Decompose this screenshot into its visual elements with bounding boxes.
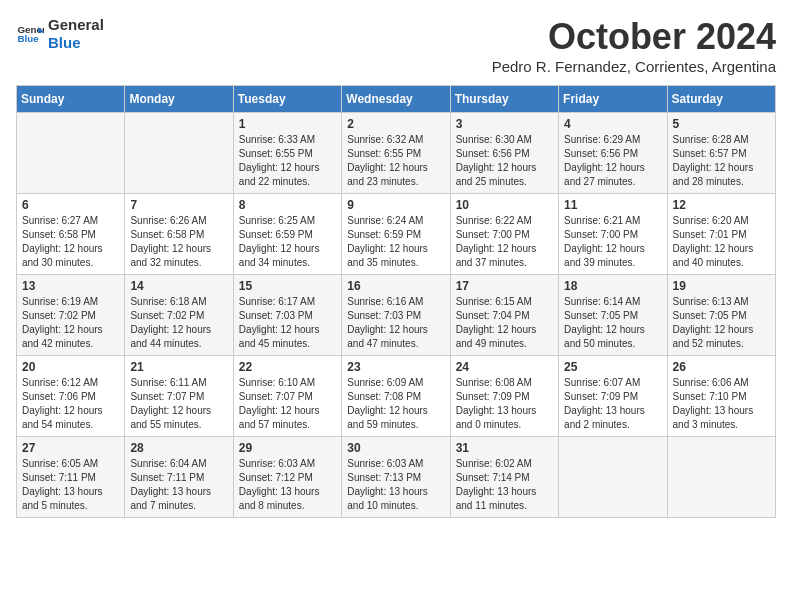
day-number: 26	[673, 360, 770, 374]
week-row-1: 1Sunrise: 6:33 AM Sunset: 6:55 PM Daylig…	[17, 113, 776, 194]
calendar-cell: 22Sunrise: 6:10 AM Sunset: 7:07 PM Dayli…	[233, 356, 341, 437]
day-info: Sunrise: 6:18 AM Sunset: 7:02 PM Dayligh…	[130, 295, 227, 351]
day-number: 25	[564, 360, 661, 374]
day-info: Sunrise: 6:28 AM Sunset: 6:57 PM Dayligh…	[673, 133, 770, 189]
day-number: 20	[22, 360, 119, 374]
calendar-cell: 16Sunrise: 6:16 AM Sunset: 7:03 PM Dayli…	[342, 275, 450, 356]
day-header-thursday: Thursday	[450, 86, 558, 113]
calendar-cell: 15Sunrise: 6:17 AM Sunset: 7:03 PM Dayli…	[233, 275, 341, 356]
day-number: 23	[347, 360, 444, 374]
day-header-friday: Friday	[559, 86, 667, 113]
calendar-cell: 3Sunrise: 6:30 AM Sunset: 6:56 PM Daylig…	[450, 113, 558, 194]
calendar-cell: 2Sunrise: 6:32 AM Sunset: 6:55 PM Daylig…	[342, 113, 450, 194]
month-title: October 2024	[492, 16, 776, 58]
calendar-cell: 18Sunrise: 6:14 AM Sunset: 7:05 PM Dayli…	[559, 275, 667, 356]
day-info: Sunrise: 6:05 AM Sunset: 7:11 PM Dayligh…	[22, 457, 119, 513]
day-number: 30	[347, 441, 444, 455]
day-number: 16	[347, 279, 444, 293]
day-info: Sunrise: 6:02 AM Sunset: 7:14 PM Dayligh…	[456, 457, 553, 513]
day-number: 9	[347, 198, 444, 212]
logo: General Blue General Blue	[16, 16, 104, 52]
day-info: Sunrise: 6:26 AM Sunset: 6:58 PM Dayligh…	[130, 214, 227, 270]
day-number: 21	[130, 360, 227, 374]
day-number: 17	[456, 279, 553, 293]
calendar-cell: 20Sunrise: 6:12 AM Sunset: 7:06 PM Dayli…	[17, 356, 125, 437]
calendar-cell	[17, 113, 125, 194]
day-number: 5	[673, 117, 770, 131]
day-number: 14	[130, 279, 227, 293]
day-info: Sunrise: 6:09 AM Sunset: 7:08 PM Dayligh…	[347, 376, 444, 432]
day-info: Sunrise: 6:14 AM Sunset: 7:05 PM Dayligh…	[564, 295, 661, 351]
calendar-cell: 29Sunrise: 6:03 AM Sunset: 7:12 PM Dayli…	[233, 437, 341, 518]
day-info: Sunrise: 6:07 AM Sunset: 7:09 PM Dayligh…	[564, 376, 661, 432]
calendar-table: SundayMondayTuesdayWednesdayThursdayFrid…	[16, 85, 776, 518]
week-row-5: 27Sunrise: 6:05 AM Sunset: 7:11 PM Dayli…	[17, 437, 776, 518]
day-info: Sunrise: 6:08 AM Sunset: 7:09 PM Dayligh…	[456, 376, 553, 432]
day-number: 8	[239, 198, 336, 212]
calendar-cell: 21Sunrise: 6:11 AM Sunset: 7:07 PM Dayli…	[125, 356, 233, 437]
day-info: Sunrise: 6:12 AM Sunset: 7:06 PM Dayligh…	[22, 376, 119, 432]
page-header: General Blue General Blue October 2024 P…	[16, 16, 776, 75]
logo-blue: Blue	[48, 34, 104, 52]
calendar-cell	[559, 437, 667, 518]
day-number: 10	[456, 198, 553, 212]
calendar-cell: 12Sunrise: 6:20 AM Sunset: 7:01 PM Dayli…	[667, 194, 775, 275]
day-number: 19	[673, 279, 770, 293]
calendar-cell	[667, 437, 775, 518]
day-info: Sunrise: 6:25 AM Sunset: 6:59 PM Dayligh…	[239, 214, 336, 270]
day-number: 29	[239, 441, 336, 455]
day-info: Sunrise: 6:22 AM Sunset: 7:00 PM Dayligh…	[456, 214, 553, 270]
day-number: 11	[564, 198, 661, 212]
day-info: Sunrise: 6:10 AM Sunset: 7:07 PM Dayligh…	[239, 376, 336, 432]
calendar-cell: 23Sunrise: 6:09 AM Sunset: 7:08 PM Dayli…	[342, 356, 450, 437]
calendar-cell: 8Sunrise: 6:25 AM Sunset: 6:59 PM Daylig…	[233, 194, 341, 275]
week-row-3: 13Sunrise: 6:19 AM Sunset: 7:02 PM Dayli…	[17, 275, 776, 356]
calendar-cell	[125, 113, 233, 194]
day-header-sunday: Sunday	[17, 86, 125, 113]
calendar-cell: 1Sunrise: 6:33 AM Sunset: 6:55 PM Daylig…	[233, 113, 341, 194]
day-info: Sunrise: 6:29 AM Sunset: 6:56 PM Dayligh…	[564, 133, 661, 189]
title-section: October 2024 Pedro R. Fernandez, Corrien…	[492, 16, 776, 75]
calendar-cell: 19Sunrise: 6:13 AM Sunset: 7:05 PM Dayli…	[667, 275, 775, 356]
calendar-cell: 14Sunrise: 6:18 AM Sunset: 7:02 PM Dayli…	[125, 275, 233, 356]
calendar-cell: 31Sunrise: 6:02 AM Sunset: 7:14 PM Dayli…	[450, 437, 558, 518]
logo-icon: General Blue	[16, 20, 44, 48]
day-number: 6	[22, 198, 119, 212]
day-number: 1	[239, 117, 336, 131]
day-number: 4	[564, 117, 661, 131]
day-info: Sunrise: 6:13 AM Sunset: 7:05 PM Dayligh…	[673, 295, 770, 351]
calendar-cell: 6Sunrise: 6:27 AM Sunset: 6:58 PM Daylig…	[17, 194, 125, 275]
calendar-cell: 4Sunrise: 6:29 AM Sunset: 6:56 PM Daylig…	[559, 113, 667, 194]
calendar-cell: 25Sunrise: 6:07 AM Sunset: 7:09 PM Dayli…	[559, 356, 667, 437]
day-info: Sunrise: 6:32 AM Sunset: 6:55 PM Dayligh…	[347, 133, 444, 189]
day-info: Sunrise: 6:20 AM Sunset: 7:01 PM Dayligh…	[673, 214, 770, 270]
calendar-cell: 27Sunrise: 6:05 AM Sunset: 7:11 PM Dayli…	[17, 437, 125, 518]
calendar-cell: 5Sunrise: 6:28 AM Sunset: 6:57 PM Daylig…	[667, 113, 775, 194]
calendar-cell: 28Sunrise: 6:04 AM Sunset: 7:11 PM Dayli…	[125, 437, 233, 518]
day-number: 22	[239, 360, 336, 374]
day-number: 18	[564, 279, 661, 293]
day-info: Sunrise: 6:19 AM Sunset: 7:02 PM Dayligh…	[22, 295, 119, 351]
day-info: Sunrise: 6:17 AM Sunset: 7:03 PM Dayligh…	[239, 295, 336, 351]
day-header-wednesday: Wednesday	[342, 86, 450, 113]
location-subtitle: Pedro R. Fernandez, Corrientes, Argentin…	[492, 58, 776, 75]
day-header-saturday: Saturday	[667, 86, 775, 113]
day-number: 7	[130, 198, 227, 212]
day-info: Sunrise: 6:16 AM Sunset: 7:03 PM Dayligh…	[347, 295, 444, 351]
day-header-tuesday: Tuesday	[233, 86, 341, 113]
calendar-cell: 26Sunrise: 6:06 AM Sunset: 7:10 PM Dayli…	[667, 356, 775, 437]
week-row-2: 6Sunrise: 6:27 AM Sunset: 6:58 PM Daylig…	[17, 194, 776, 275]
calendar-cell: 24Sunrise: 6:08 AM Sunset: 7:09 PM Dayli…	[450, 356, 558, 437]
calendar-cell: 9Sunrise: 6:24 AM Sunset: 6:59 PM Daylig…	[342, 194, 450, 275]
day-number: 28	[130, 441, 227, 455]
day-info: Sunrise: 6:15 AM Sunset: 7:04 PM Dayligh…	[456, 295, 553, 351]
day-info: Sunrise: 6:03 AM Sunset: 7:12 PM Dayligh…	[239, 457, 336, 513]
day-info: Sunrise: 6:06 AM Sunset: 7:10 PM Dayligh…	[673, 376, 770, 432]
day-header-monday: Monday	[125, 86, 233, 113]
svg-text:Blue: Blue	[17, 33, 39, 44]
day-number: 27	[22, 441, 119, 455]
logo-general: General	[48, 16, 104, 34]
calendar-cell: 10Sunrise: 6:22 AM Sunset: 7:00 PM Dayli…	[450, 194, 558, 275]
day-info: Sunrise: 6:11 AM Sunset: 7:07 PM Dayligh…	[130, 376, 227, 432]
calendar-cell: 30Sunrise: 6:03 AM Sunset: 7:13 PM Dayli…	[342, 437, 450, 518]
